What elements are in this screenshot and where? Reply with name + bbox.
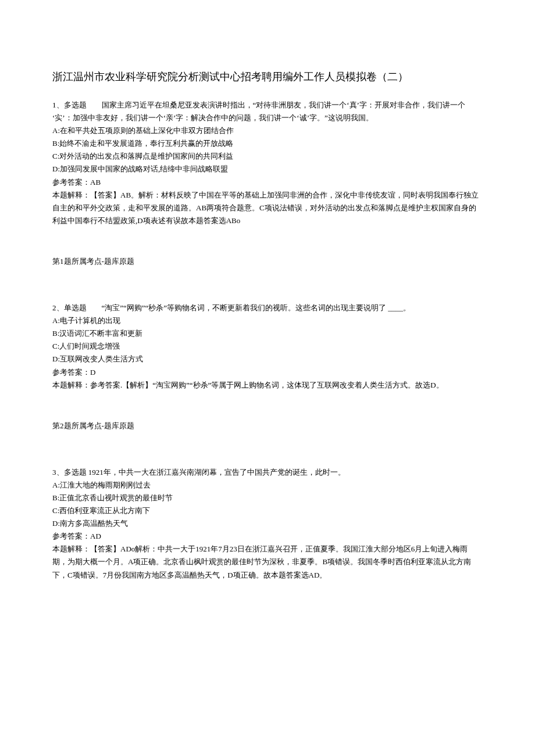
- explanation: 本题解释：【答案】AB。解析：材料反映了中国在平等的基础上加强同非洲的合作，深化…: [52, 189, 483, 227]
- option-b: B:始终不渝走和平发展道路，奉行互利共赢的开放战略: [52, 137, 483, 150]
- question-header: 2、单选题 “淘宝”“网购”“秒杀”等购物名词，不断更新着我们的视听。这些名词的…: [52, 302, 483, 314]
- explanation: 本题解释：参考答案.【解析】“淘宝网购”“秒杀”等属于网上购物名词，这体现了互联…: [52, 379, 483, 392]
- option-d: D:加强同发展中国家的战略对话,结缔中非间战略联盟: [52, 163, 483, 175]
- option-a: A:电子计算机的出现: [52, 314, 483, 327]
- explanation: 本题解释：【答案】ADo解析：中共一大于1921年7月23日在浙江嘉兴召开，正值…: [52, 543, 483, 581]
- answer-label: 参考答案：AB: [52, 176, 483, 189]
- question-3: 3、多选题 1921年，中共一大在浙江嘉兴南湖闭幕，宣告了中国共产党的诞生，此时…: [52, 466, 483, 582]
- option-d: D:互联网改变人类生活方式: [52, 353, 483, 366]
- answer-label: 参考答案：D: [52, 366, 483, 379]
- option-c: C:人们时间观念增强: [52, 340, 483, 353]
- question-2-source: 第2题所属考点-题库原题: [52, 420, 483, 432]
- option-d: D:南方多高温酷热天气: [52, 517, 483, 530]
- question-header: 1、多选题 国家主席习近平在坦桑尼亚发表演讲时指出，“对待非洲朋友，我们讲一个‘…: [52, 99, 483, 124]
- question-1: 1、多选题 国家主席习近平在坦桑尼亚发表演讲时指出，“对待非洲朋友，我们讲一个‘…: [52, 99, 483, 227]
- option-a: A:江淮大地的梅雨期刚刚过去: [52, 479, 483, 492]
- option-a: A:在和平共处五项原则的基础上深化中非双方团结合作: [52, 124, 483, 137]
- option-c: C:西伯利亚寒流正从北方南下: [52, 504, 483, 517]
- document-page: 浙江温州市农业科学研究院分析测试中心招考聘用编外工作人员模拟卷（二） 1、多选题…: [0, 0, 535, 626]
- document-title: 浙江温州市农业科学研究院分析测试中心招考聘用编外工作人员模拟卷（二）: [52, 70, 483, 84]
- option-b: B:汉语词汇不断丰富和更新: [52, 327, 483, 340]
- option-c: C:对外活动的出发点和落脚点是维护国家间的共同利益: [52, 150, 483, 163]
- question-1-source: 第1题所属考点-题库原题: [52, 255, 483, 268]
- question-header: 3、多选题 1921年，中共一大在浙江嘉兴南湖闭幕，宣告了中国共产党的诞生，此时…: [52, 466, 483, 479]
- answer-label: 参考答案：AD: [52, 530, 483, 543]
- question-2: 2、单选题 “淘宝”“网购”“秒杀”等购物名词，不断更新着我们的视听。这些名词的…: [52, 302, 483, 392]
- option-b: B:正值北京香山视叶观赏的最佳时节: [52, 492, 483, 504]
